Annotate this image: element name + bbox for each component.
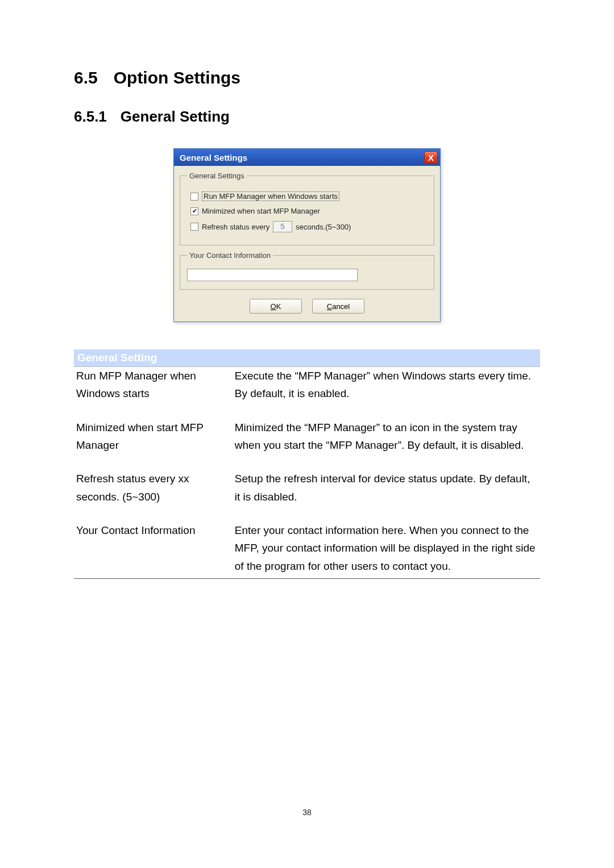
setting-name: Your Contact Information bbox=[74, 506, 233, 579]
setting-name: Minimized when start MFP Manager bbox=[74, 403, 233, 454]
contact-groupbox-legend: Your Contact Information bbox=[187, 251, 273, 260]
setting-desc: Minimized the “MFP Manager” to an icon i… bbox=[233, 403, 540, 454]
table-row: Refresh status every xx seconds. (5~300)… bbox=[74, 454, 540, 506]
cancel-button[interactable]: Cancel bbox=[312, 299, 364, 314]
checkbox-run-on-startup[interactable] bbox=[190, 193, 198, 201]
setting-desc: Execute the “MFP Manager” when Windows s… bbox=[233, 367, 540, 403]
table-row: Minimized when start MFP Manager Minimiz… bbox=[74, 403, 540, 454]
section-heading: 6.5Option Settings bbox=[74, 68, 540, 87]
section-number: 6.5 bbox=[74, 68, 98, 87]
setting-name: Run MFP Manager when Windows starts bbox=[74, 367, 233, 403]
setting-desc: Enter your contact information here. Whe… bbox=[233, 506, 540, 579]
setting-desc: Setup the refresh interval for device st… bbox=[233, 454, 540, 506]
table-header: General Setting bbox=[74, 349, 540, 367]
label-refresh-suffix: seconds.(5~300) bbox=[296, 223, 351, 231]
refresh-seconds-input[interactable]: 5 bbox=[273, 221, 292, 232]
table-row: Your Contact Information Enter your cont… bbox=[74, 506, 540, 579]
subsection-heading: 6.5.1General Setting bbox=[74, 108, 540, 126]
table-row: Run MFP Manager when Windows starts Exec… bbox=[74, 367, 540, 403]
label-minimized-start: Minimized when start MFP Manager bbox=[202, 207, 320, 215]
checkbox-refresh-status[interactable] bbox=[190, 223, 198, 231]
subsection-number: 6.5.1 bbox=[74, 108, 107, 126]
groupbox-legend: General Settings bbox=[187, 172, 247, 180]
dialog-title: General Settings bbox=[180, 153, 247, 162]
subsection-title: General Setting bbox=[121, 108, 230, 125]
dialog-titlebar: General Settings X bbox=[174, 149, 440, 166]
close-icon: X bbox=[428, 153, 434, 162]
general-settings-groupbox: General Settings Run MFP Manager when Wi… bbox=[180, 172, 434, 245]
contact-info-groupbox: Your Contact Information bbox=[180, 251, 434, 290]
contact-info-input[interactable] bbox=[187, 269, 358, 281]
section-title: Option Settings bbox=[114, 68, 240, 87]
setting-name: Refresh status every xx seconds. (5~300) bbox=[74, 454, 233, 506]
page-number: 38 bbox=[0, 808, 614, 817]
ok-button[interactable]: OK bbox=[250, 299, 302, 314]
checkbox-minimized-start[interactable]: ✔ bbox=[190, 207, 198, 215]
label-refresh-prefix: Refresh status every bbox=[202, 223, 269, 231]
general-settings-dialog: General Settings X General Settings Run … bbox=[173, 148, 441, 322]
label-run-on-startup: Run MFP Manager when Windows starts bbox=[202, 191, 339, 201]
close-button[interactable]: X bbox=[424, 151, 438, 164]
settings-table: Run MFP Manager when Windows starts Exec… bbox=[74, 367, 540, 579]
